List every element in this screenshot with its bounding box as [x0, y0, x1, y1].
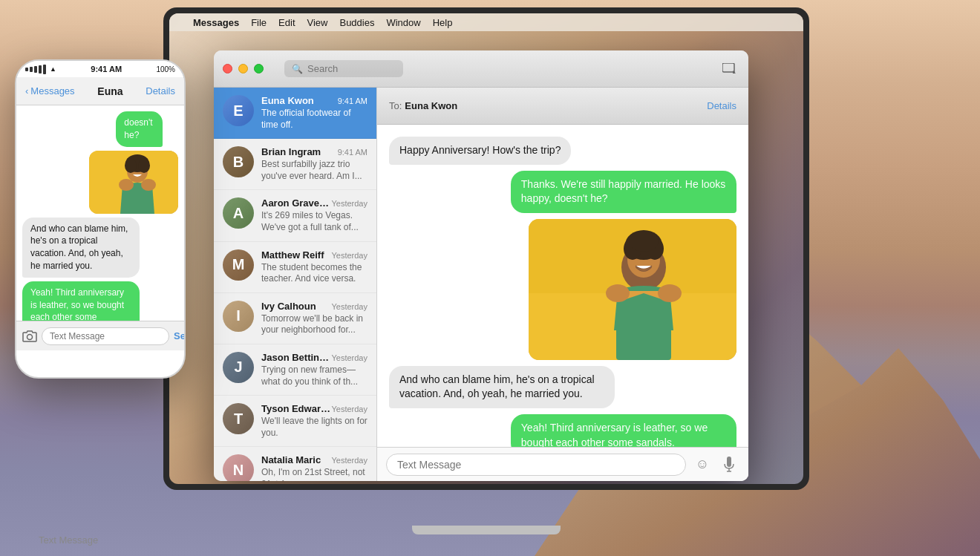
menubar-edit[interactable]: Edit	[278, 17, 295, 28]
conv-time-tyson: Yesterday	[331, 405, 368, 413]
iphone-message-row-image	[89, 151, 178, 214]
conv-content-jason: Jason Bettin… Yesterday Trying on new fr…	[261, 352, 368, 387]
avatar-tyson: T	[223, 403, 254, 434]
chat-header: To: Euna Kwon Details	[377, 88, 748, 125]
close-button[interactable]	[223, 64, 232, 73]
iphone-send-button[interactable]: Send	[174, 330, 186, 341]
conv-content-euna: Euna Kwon 9:41 AM The official footwear …	[261, 95, 368, 131]
iphone-camera-button[interactable]	[22, 326, 37, 347]
menubar-window[interactable]: Window	[386, 17, 420, 28]
message-bubble: Thanks. We're still happily married. He …	[511, 171, 736, 213]
conversation-natalia[interactable]: N Natalia Maric Yesterday Oh, I'm on 21s…	[214, 447, 376, 481]
message-row: Yeah! Third anniversary is leather, so w…	[389, 414, 736, 447]
svg-rect-14	[727, 457, 731, 467]
iphone-message-bubble: doesn't he?	[116, 111, 163, 147]
conversation-tyson[interactable]: T Tyson Edwar… Yesterday We'll leave the…	[214, 396, 376, 447]
message-row-image	[389, 219, 736, 360]
conv-name-matthew: Matthew Reiff	[261, 249, 324, 261]
conv-preview-matthew: The student becomes the teacher. And vic…	[261, 262, 368, 285]
message-row: And who can blame him, he's on a tropica…	[389, 366, 736, 408]
conversation-ivy[interactable]: I Ivy Calhoun Yesterday Tomorrow we'll b…	[214, 293, 376, 344]
conversation-brian[interactable]: B Brian Ingram 9:41 AM Best surfabilly j…	[214, 139, 376, 190]
iphone-message-bubble: And who can blame him, he's on a tropica…	[22, 218, 140, 278]
iphone-message-row: And who can blame him, he's on a tropica…	[22, 218, 178, 278]
conv-name-jason: Jason Bettin…	[261, 352, 329, 363]
status-time: 9:41 AM	[91, 65, 122, 73]
chat-area: To: Euna Kwon Details Happy Anniversary!…	[377, 88, 748, 481]
conv-header-ivy: Ivy Calhoun Yesterday	[261, 301, 368, 312]
menubar-app-name[interactable]: Messages	[193, 17, 239, 28]
iphone-message-bubble: Yeah! Third anniversary is leather, so w…	[22, 281, 140, 321]
iphone-statusbar: ▲ 9:41 AM 100%	[16, 61, 184, 77]
conv-preview-euna: The official footwear of time off.	[261, 108, 368, 131]
conv-content-aaron: Aaron Grave… Yesterday It's 269 miles to…	[261, 197, 368, 233]
message-bubble: Happy Anniversary! How's the trip?	[389, 137, 571, 165]
conv-preview-ivy: Tomorrow we'll be back in your neighborh…	[261, 313, 368, 336]
back-chevron-icon: ‹	[25, 85, 28, 97]
iphone-text-input[interactable]	[42, 327, 169, 345]
macbook-frame: Messages File Edit View Buddies Window H…	[163, 7, 809, 534]
messages-window: 🔍	[214, 50, 748, 481]
svg-point-23	[141, 179, 156, 191]
window-titlebar: 🔍	[214, 50, 748, 88]
macbook-base	[412, 526, 561, 534]
macbook-inner: Messages File Edit View Buddies Window H…	[169, 13, 803, 484]
iphone-contact-name: Euna	[75, 85, 146, 97]
conv-preview-jason: Trying on new frames—what do you think o…	[261, 364, 368, 387]
compose-button[interactable]	[719, 59, 739, 79]
search-input[interactable]	[307, 63, 396, 74]
battery-status: 100%	[156, 65, 175, 73]
conv-time-brian: 9:41 AM	[338, 148, 368, 157]
menubar: Messages File Edit View Buddies Window H…	[169, 13, 803, 31]
back-button[interactable]: ‹ Messages	[25, 85, 75, 97]
svg-point-22	[119, 179, 134, 191]
conversation-jason[interactable]: J Jason Bettin… Yesterday Trying on new …	[214, 344, 376, 396]
chat-messages: Happy Anniversary! How's the trip? Thank…	[377, 125, 748, 447]
conv-header-jason: Jason Bettin… Yesterday	[261, 352, 368, 363]
conversation-matthew[interactable]: M Matthew Reiff Yesterday The student be…	[214, 242, 376, 293]
iphone-messages: doesn't he?	[16, 105, 184, 321]
iphone-message-row: Yeah! Third anniversary is leather, so w…	[22, 281, 178, 321]
conv-header-matthew: Matthew Reiff Yesterday	[261, 249, 368, 261]
conv-time-natalia: Yesterday	[331, 456, 368, 465]
avatar-euna: E	[223, 95, 254, 126]
conv-header-tyson: Tyson Edwar… Yesterday	[261, 403, 368, 414]
avatar-brian: B	[223, 146, 254, 177]
svg-point-24	[27, 334, 33, 339]
conv-preview-aaron: It's 269 miles to Vegas. We've got a ful…	[261, 210, 368, 233]
svg-point-20	[125, 158, 137, 173]
avatar-natalia: N	[223, 454, 254, 481]
menubar-help[interactable]: Help	[433, 17, 453, 28]
conv-preview-brian: Best surfabilly jazz trio you've ever he…	[261, 159, 368, 182]
conversation-aaron[interactable]: A Aaron Grave… Yesterday It's 269 miles …	[214, 190, 376, 241]
conversations-list: E Euna Kwon 9:41 AM The official footwea…	[214, 88, 377, 481]
conv-name-euna: Euna Kwon	[261, 95, 314, 106]
iphone-frame: ▲ 9:41 AM 100% ‹ Messages Euna Details d…	[15, 59, 186, 379]
contact-name: Euna Kwon	[405, 100, 457, 111]
svg-point-13	[658, 284, 682, 302]
conv-content-brian: Brian Ingram 9:41 AM Best surfabilly jaz…	[261, 146, 368, 182]
avatar-aaron: A	[223, 197, 254, 229]
emoji-button[interactable]: ☺	[692, 454, 713, 475]
details-button[interactable]: Details	[707, 100, 736, 111]
microphone-button[interactable]	[719, 454, 739, 475]
iphone-message-row: doesn't he?	[116, 111, 178, 147]
conv-time-ivy: Yesterday	[331, 302, 368, 311]
conv-time-aaron: Yesterday	[331, 199, 368, 208]
svg-rect-11	[616, 308, 671, 360]
chat-input-bar: ☺	[377, 447, 748, 481]
camera-icon	[22, 330, 37, 343]
iphone-input-bar: Send	[16, 321, 184, 350]
iphone-details-button[interactable]: Details	[146, 85, 175, 97]
chat-text-input[interactable]	[386, 454, 686, 476]
menubar-view[interactable]: View	[307, 17, 328, 28]
maximize-button[interactable]	[254, 64, 264, 73]
conv-time-jason: Yesterday	[331, 353, 368, 362]
conv-content-tyson: Tyson Edwar… Yesterday We'll leave the l…	[261, 403, 368, 439]
menubar-buddies[interactable]: Buddies	[339, 17, 374, 28]
conversation-euna[interactable]: E Euna Kwon 9:41 AM The official footwea…	[214, 88, 376, 139]
minimize-button[interactable]	[238, 64, 248, 73]
macbook-screen: Messages File Edit View Buddies Window H…	[163, 7, 809, 490]
conv-preview-tyson: We'll leave the lights on for you.	[261, 416, 368, 439]
menubar-file[interactable]: File	[251, 17, 267, 28]
